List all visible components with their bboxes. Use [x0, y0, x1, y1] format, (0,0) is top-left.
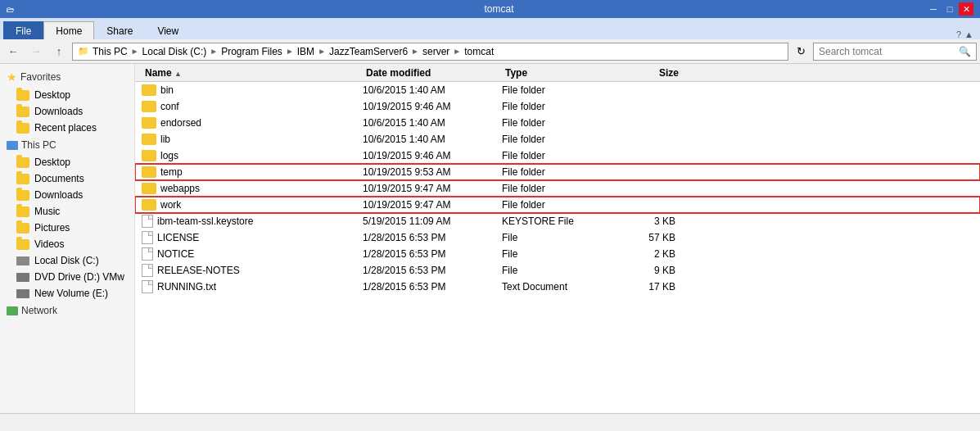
minimize-button[interactable]: ─	[926, 2, 941, 16]
path-localdisk[interactable]: Local Disk (C:)	[142, 46, 207, 57]
sidebar-item-label: New Volume (E:)	[34, 288, 108, 299]
file-name: bin	[142, 84, 363, 96]
file-date: 10/19/2015 9:46 AM	[363, 101, 502, 112]
table-row[interactable]: NOTICE 1/28/2015 6:53 PM File 2 KB	[135, 246, 980, 262]
close-button[interactable]: ✕	[959, 2, 973, 16]
forward-button[interactable]: →	[26, 43, 46, 61]
table-row[interactable]: conf 10/19/2015 9:46 AM File folder	[135, 98, 980, 115]
refresh-button[interactable]: ↻	[792, 43, 810, 61]
tab-file[interactable]: File	[3, 21, 43, 39]
folder-icon	[142, 150, 156, 161]
file-date: 1/28/2015 6:53 PM	[363, 232, 502, 243]
network-label: Network	[21, 305, 57, 316]
folder-icon	[16, 157, 29, 168]
table-row[interactable]: lib 10/6/2015 1:40 AM File folder	[135, 131, 980, 147]
table-row[interactable]: work 10/19/2015 9:47 AM File folder	[135, 197, 980, 213]
pc-icon	[7, 141, 18, 150]
tab-share[interactable]: Share	[94, 21, 145, 39]
back-button[interactable]: ←	[3, 43, 23, 61]
sidebar-item-music-pc[interactable]: Music	[0, 203, 134, 220]
file-size: 9 KB	[608, 265, 682, 276]
file-date: 10/6/2015 1:40 AM	[363, 117, 502, 129]
file-type: File folder	[502, 101, 608, 112]
file-type: KEYSTORE File	[502, 216, 608, 227]
sort-arrow: ▲	[174, 70, 182, 78]
folder-icon	[142, 84, 156, 96]
file-type: File folder	[502, 199, 608, 211]
sidebar-item-pictures-pc[interactable]: Pictures	[0, 220, 134, 236]
file-date: 1/28/2015 6:53 PM	[363, 281, 502, 293]
folder-icon	[16, 223, 29, 234]
favorites-header[interactable]: ★ Favorites	[0, 67, 134, 87]
file-type: File folder	[502, 84, 608, 96]
thispc-header[interactable]: This PC	[0, 136, 134, 154]
up-button[interactable]: ↑	[49, 43, 69, 61]
tab-home[interactable]: Home	[43, 21, 94, 39]
file-icon	[142, 231, 153, 244]
sidebar-item-videos-pc[interactable]: Videos	[0, 236, 134, 252]
table-row[interactable]: RELEASE-NOTES 1/28/2015 6:53 PM File 9 K…	[135, 262, 980, 279]
path-ibm[interactable]: IBM	[297, 46, 314, 57]
path-thispc[interactable]: This PC	[93, 46, 128, 57]
search-icon[interactable]: 🔍	[959, 46, 971, 57]
file-icon	[142, 215, 153, 228]
col-header-date[interactable]: Date modified	[363, 66, 502, 80]
col-header-name[interactable]: Name ▲	[142, 66, 363, 80]
sidebar-item-downloads-fav[interactable]: Downloads	[0, 103, 134, 120]
col-header-size[interactable]: Size	[608, 66, 682, 80]
table-row[interactable]: logs 10/19/2015 9:46 AM File folder	[135, 147, 980, 164]
network-header[interactable]: Network	[0, 302, 134, 320]
folder-small-icon: 📁	[78, 46, 89, 57]
file-size: 2 KB	[608, 248, 682, 260]
address-bar: ← → ↑ 📁 This PC ► Local Disk (C:) ► Prog…	[0, 39, 980, 64]
table-row[interactable]: RUNNING.txt 1/28/2015 6:53 PM Text Docum…	[135, 279, 980, 295]
table-row[interactable]: ibm-team-ssl.keystore 5/19/2015 11:09 AM…	[135, 213, 980, 229]
table-row[interactable]: endorsed 10/6/2015 1:40 AM File folder	[135, 115, 980, 131]
path-jazzteam[interactable]: JazzTeamServer6	[329, 46, 408, 57]
path-programfiles[interactable]: Program Files	[221, 46, 282, 57]
sidebar-item-local-disk-c[interactable]: Local Disk (C:)	[0, 252, 134, 269]
help-icon[interactable]: ?	[956, 29, 961, 39]
file-size: 17 KB	[608, 281, 682, 293]
sidebar-item-documents-pc[interactable]: Documents	[0, 170, 134, 187]
file-icon	[142, 247, 153, 261]
file-name: webapps	[142, 183, 363, 194]
file-size: 57 KB	[608, 232, 682, 243]
file-type: File folder	[502, 134, 608, 145]
file-type: File folder	[502, 150, 608, 161]
file-name: LICENSE	[142, 231, 363, 244]
file-type: File folder	[502, 166, 608, 178]
file-icon	[142, 264, 153, 277]
path-tomcat[interactable]: tomcat	[464, 46, 494, 57]
table-row[interactable]: webapps 10/19/2015 9:47 AM File folder	[135, 180, 980, 197]
search-box[interactable]: 🔍	[813, 43, 977, 61]
table-row[interactable]: temp 10/19/2015 9:53 AM File folder	[135, 164, 980, 180]
file-icon	[142, 280, 153, 293]
address-path[interactable]: 📁 This PC ► Local Disk (C:) ► Program Fi…	[72, 43, 788, 61]
sidebar-item-new-volume-e[interactable]: New Volume (E:)	[0, 285, 134, 302]
file-list: bin 10/6/2015 1:40 AM File folder conf 1…	[135, 82, 980, 413]
path-server[interactable]: server	[422, 46, 449, 57]
search-input[interactable]	[819, 46, 959, 57]
sidebar-item-downloads-pc[interactable]: Downloads	[0, 187, 134, 203]
table-row[interactable]: LICENSE 1/28/2015 6:53 PM File 57 KB	[135, 229, 980, 246]
folder-icon	[16, 239, 29, 250]
sidebar-item-desktop-pc[interactable]: Desktop	[0, 154, 134, 170]
sidebar-item-recent-places[interactable]: Recent places	[0, 120, 134, 136]
sidebar-item-label: Music	[34, 206, 60, 217]
col-header-type[interactable]: Type	[502, 66, 608, 80]
table-row[interactable]: bin 10/6/2015 1:40 AM File folder	[135, 82, 980, 98]
window-title: tomcat	[72, 3, 926, 15]
folder-icon	[142, 199, 156, 211]
file-name: temp	[142, 166, 363, 178]
maximize-button[interactable]: □	[942, 2, 957, 16]
tab-view[interactable]: View	[145, 21, 191, 39]
folder-icon	[142, 134, 156, 145]
sidebar-item-dvd-drive-d[interactable]: DVD Drive (D:) VMw	[0, 269, 134, 285]
drive-icon	[16, 256, 29, 265]
file-type: File	[502, 232, 608, 243]
file-date: 1/28/2015 6:53 PM	[363, 265, 502, 276]
sidebar-item-desktop-fav[interactable]: Desktop	[0, 87, 134, 103]
chevron-up-icon[interactable]: ▲	[964, 29, 973, 39]
file-name: logs	[142, 150, 363, 161]
